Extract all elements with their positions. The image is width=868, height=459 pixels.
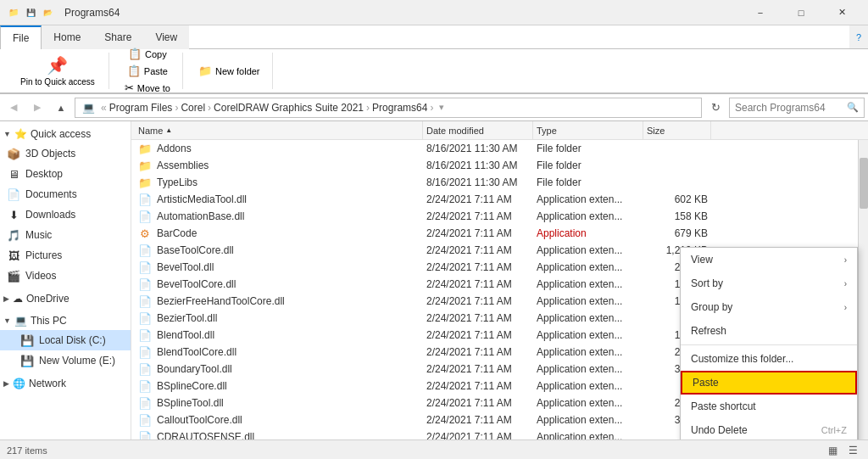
sidebar-item-pictures[interactable]: 🖼 Pictures: [0, 245, 131, 266]
table-row[interactable]: 📁Assemblies 8/16/2021 11:30 AM File fold…: [131, 157, 868, 174]
dll-icon: 📄: [138, 379, 152, 393]
sidebar-item-downloads[interactable]: ⬇ Downloads: [0, 204, 131, 225]
file-name: 📄BSplineTool.dll: [135, 396, 423, 410]
tab-view[interactable]: View: [143, 25, 189, 49]
context-menu-item[interactable]: Group by›: [681, 295, 857, 319]
context-menu-item[interactable]: Paste: [681, 371, 857, 395]
paste-button[interactable]: 📋 Paste: [122, 64, 173, 79]
path-segment-4[interactable]: Programs64: [372, 102, 427, 114]
table-row[interactable]: 📁Addons 8/16/2021 11:30 AM File folder: [131, 140, 868, 157]
sidebar-item-3d-objects[interactable]: 📦 3D Objects: [0, 143, 131, 164]
dll-icon: 📄: [138, 328, 152, 342]
new-folder-button[interactable]: 📁 New folder: [193, 64, 265, 79]
documents-icon: 📄: [7, 188, 20, 201]
close-button[interactable]: ✕: [822, 0, 861, 25]
list-view-button[interactable]: ☰: [844, 442, 861, 459]
file-date: 8/16/2021 11:30 AM: [423, 143, 533, 154]
col-header-date[interactable]: Date modified: [423, 121, 533, 139]
file-type: Application exten...: [533, 312, 643, 324]
tab-file[interactable]: File: [0, 25, 42, 49]
tab-home[interactable]: Home: [42, 25, 92, 49]
file-date: 2/24/2021 7:11 AM: [423, 295, 533, 307]
help-icon[interactable]: ?: [856, 32, 861, 42]
sidebar-item-new-volume[interactable]: 💾 New Volume (E:): [0, 350, 131, 371]
move-button[interactable]: ✂ Move to: [120, 81, 175, 96]
file-date: 2/24/2021 7:11 AM: [423, 227, 533, 239]
context-menu-item[interactable]: Undo DeleteCtrl+Z: [681, 418, 857, 439]
dll-icon: 📄: [138, 294, 152, 308]
context-menu-item[interactable]: Customize this folder...: [681, 347, 857, 371]
table-row[interactable]: 📄ArtisticMediaTool.dll 2/24/2021 7:11 AM…: [131, 191, 868, 208]
copy-path-button[interactable]: 📌 Pin to Quick access: [14, 52, 102, 90]
tab-share[interactable]: Share: [92, 25, 143, 49]
scroll-thumb[interactable]: [860, 158, 868, 209]
dll-icon: 📄: [138, 413, 152, 427]
path-segment-2[interactable]: Corel: [181, 102, 205, 114]
sidebar-section-this-pc[interactable]: ▼ 💻 This PC: [0, 311, 131, 330]
file-date: 2/24/2021 7:11 AM: [423, 278, 533, 290]
onedrive-icon: ☁: [13, 293, 23, 305]
file-name: 📄BSplineCore.dll: [135, 379, 423, 393]
sidebar-item-videos-label: Videos: [25, 270, 56, 282]
file-name: 📄ArtisticMediaTool.dll: [135, 193, 423, 206]
refresh-button[interactable]: ↻: [705, 98, 726, 118]
sidebar-item-videos[interactable]: 🎬 Videos: [0, 266, 131, 286]
downloads-icon: ⬇: [7, 208, 20, 221]
grid-view-button[interactable]: ▦: [824, 442, 841, 459]
file-name: 📄CDRAUTOSENSE.dll: [135, 430, 423, 439]
col-name-label: Name: [138, 126, 163, 136]
file-date: 2/24/2021 7:11 AM: [423, 346, 533, 358]
window-icon: 📁: [7, 6, 20, 20]
path-segment-3[interactable]: CorelDRAW Graphics Suite 2021: [214, 102, 364, 114]
context-menu-item[interactable]: Paste shortcut: [681, 395, 857, 418]
paste-label: Paste: [144, 66, 168, 76]
context-menu-separator: [681, 344, 857, 345]
sidebar-section-onedrive[interactable]: ▶ ☁ OneDrive: [0, 289, 131, 308]
dll-icon: 📄: [138, 396, 152, 410]
sidebar-section-network[interactable]: ▶ 🌐 Network: [0, 374, 131, 393]
minimize-button[interactable]: −: [741, 0, 780, 25]
col-header-name[interactable]: Name ▲: [135, 121, 423, 139]
sidebar-section-quick-access[interactable]: ▼ ⭐ Quick access: [0, 125, 131, 143]
maximize-button[interactable]: □: [782, 0, 821, 25]
new-folder-icon: 📁: [198, 64, 212, 77]
this-pc-label: This PC: [31, 315, 67, 327]
col-header-size[interactable]: Size: [643, 121, 711, 139]
sidebar-item-documents[interactable]: 📄 Documents: [0, 184, 131, 204]
sidebar-item-desktop[interactable]: 🖥 Desktop: [0, 164, 131, 184]
app-icon: ⚙: [138, 227, 152, 240]
path-dropdown[interactable]: ▾: [439, 102, 444, 113]
search-icon: 🔍: [847, 102, 859, 113]
quick-access-arrow: ▼: [3, 130, 11, 138]
copy-button[interactable]: 📋 Copy: [123, 47, 172, 62]
col-header-type[interactable]: Type: [533, 121, 643, 139]
up-button[interactable]: ▲: [51, 98, 71, 118]
main-area: ▼ ⭐ Quick access 📦 3D Objects 🖥 Desktop …: [0, 121, 868, 439]
sidebar-item-music[interactable]: 🎵 Music: [0, 225, 131, 245]
address-path[interactable]: 💻 « Program Files › Corel › CorelDRAW Gr…: [75, 98, 702, 118]
col-type-label: Type: [537, 126, 557, 136]
forward-button[interactable]: ▶: [27, 98, 47, 118]
sidebar-item-local-disk[interactable]: 💾 Local Disk (C:): [0, 330, 131, 350]
search-input[interactable]: [735, 102, 847, 114]
table-row[interactable]: 📄AutomationBase.dll 2/24/2021 7:11 AM Ap…: [131, 208, 868, 225]
dll-icon: 📄: [138, 260, 152, 274]
file-date: 8/16/2021 11:30 AM: [423, 160, 533, 171]
address-bar: ◀ ▶ ▲ 💻 « Program Files › Corel › CorelD…: [0, 94, 868, 121]
scroll-track[interactable]: [858, 140, 868, 439]
file-name: 📄CalloutToolCore.dll: [135, 413, 423, 427]
context-menu-item[interactable]: View›: [681, 248, 857, 271]
dll-icon: 📄: [138, 345, 152, 359]
copy-label: Copy: [145, 49, 167, 59]
file-type: Application exten...: [533, 380, 643, 392]
path-segment-1[interactable]: Program Files: [109, 102, 173, 114]
context-menu-item[interactable]: Sort by›: [681, 271, 857, 295]
copy-icon: 📋: [128, 48, 142, 60]
context-menu-item[interactable]: Refresh: [681, 319, 857, 343]
dll-icon: 📄: [138, 430, 152, 439]
back-button[interactable]: ◀: [3, 98, 24, 118]
file-date: 2/24/2021 7:11 AM: [423, 431, 533, 439]
organize-group: 📋 Copy 📋 Paste ✂ Move to: [113, 53, 183, 89]
table-row[interactable]: 📁TypeLibs 8/16/2021 11:30 AM File folder: [131, 174, 868, 191]
table-row[interactable]: ⚙BarCode 2/24/2021 7:11 AM Application 6…: [131, 225, 868, 242]
